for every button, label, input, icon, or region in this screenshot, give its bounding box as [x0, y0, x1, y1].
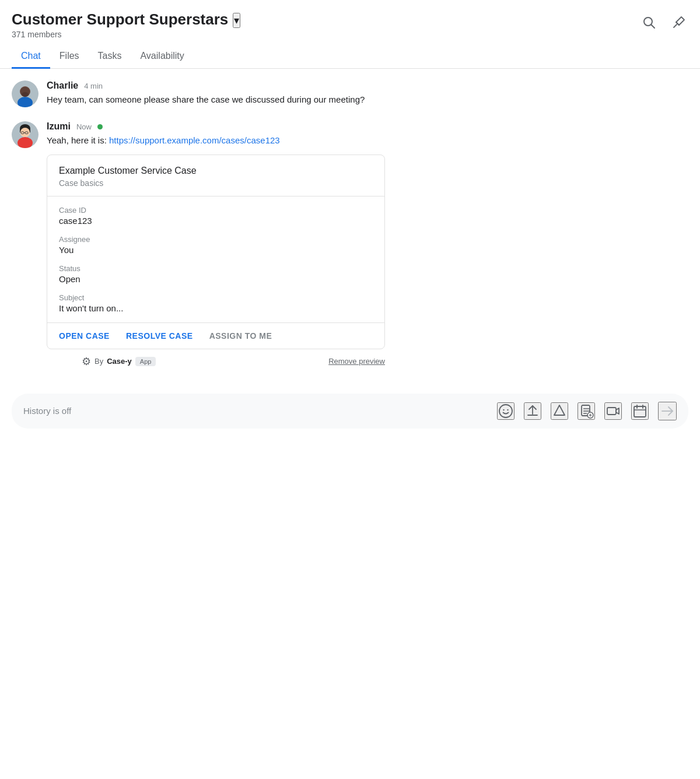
- header-title: Customer Support Superstars ▾: [12, 10, 240, 29]
- group-name: Customer Support Superstars: [12, 10, 228, 29]
- doc-button[interactable]: [578, 402, 595, 420]
- drive-button[interactable]: [551, 402, 568, 420]
- tab-chat[interactable]: Chat: [12, 45, 50, 69]
- attribution-left: ⚙ By Case-y App: [82, 355, 156, 368]
- resolve-case-button[interactable]: RESOLVE CASE: [126, 331, 193, 341]
- case-card-header: Example Customer Service Case Case basic…: [47, 155, 384, 196]
- emoji-button[interactable]: [497, 402, 514, 420]
- tab-availability[interactable]: Availability: [131, 45, 193, 69]
- header-icons: [639, 10, 688, 31]
- attribution-prefix: By: [94, 357, 103, 366]
- open-case-button[interactable]: OPEN CASE: [59, 331, 110, 341]
- status-value: Open: [59, 274, 373, 284]
- case-card: Example Customer Service Case Case basic…: [47, 155, 385, 349]
- send-icon: [659, 403, 676, 419]
- upload-icon: [525, 403, 540, 419]
- calendar-icon: [632, 403, 648, 419]
- tab-files[interactable]: Files: [50, 45, 89, 69]
- case-title: Example Customer Service Case: [59, 166, 373, 176]
- assignee-value: You: [59, 245, 373, 255]
- case-id-label: Case ID: [59, 206, 373, 215]
- case-field-status: Status Open: [59, 264, 373, 284]
- online-indicator: [97, 124, 103, 129]
- assign-to-me-button[interactable]: ASSIGN TO ME: [209, 331, 272, 341]
- izumi-header: Izumi Now: [47, 121, 385, 132]
- svg-point-8: [22, 92, 29, 97]
- avatar-izumi: [12, 121, 38, 148]
- case-link[interactable]: https://support.example.com/cases/case12…: [109, 135, 280, 145]
- header: Customer Support Superstars ▾ 371 member…: [0, 0, 700, 39]
- remove-preview-button[interactable]: Remove preview: [328, 357, 385, 366]
- subject-label: Subject: [59, 293, 373, 302]
- svg-point-20: [507, 409, 508, 410]
- case-field-id: Case ID case123: [59, 206, 373, 226]
- casey-icon: ⚙: [82, 355, 91, 368]
- case-card-body: Case ID case123 Assignee You Status Open…: [47, 196, 384, 323]
- svg-rect-29: [634, 406, 646, 417]
- search-button[interactable]: [639, 13, 658, 31]
- izumi-message-body: Izumi Now Yeah, here it is: https://supp…: [47, 121, 385, 380]
- upload-button[interactable]: [524, 402, 541, 420]
- message-izumi: Izumi Now Yeah, here it is: https://supp…: [12, 121, 688, 380]
- header-left: Customer Support Superstars ▾ 371 member…: [12, 10, 240, 39]
- nav-tabs: Chat Files Tasks Availability: [0, 45, 700, 69]
- dropdown-button[interactable]: ▾: [233, 13, 240, 28]
- pin-icon: [672, 15, 686, 29]
- subject-value: It won't turn on...: [59, 303, 373, 313]
- charlie-author: Charlie: [47, 80, 78, 91]
- izumi-text: Yeah, here it is: https://support.exampl…: [47, 134, 385, 148]
- doc-icon: [579, 403, 594, 419]
- tab-tasks[interactable]: Tasks: [89, 45, 131, 69]
- charlie-message-body: Charlie 4 min Hey team, can someone plea…: [47, 80, 365, 107]
- charlie-text: Hey team, can someone please share the c…: [47, 93, 365, 107]
- emoji-icon: [498, 403, 513, 419]
- izumi-author: Izumi: [47, 121, 71, 132]
- svg-line-1: [652, 25, 655, 29]
- app-badge: App: [135, 357, 156, 366]
- case-field-assignee: Assignee You: [59, 235, 373, 255]
- input-placeholder[interactable]: History is off: [23, 406, 488, 416]
- status-label: Status: [59, 264, 373, 273]
- charlie-time: 4 min: [84, 82, 103, 90]
- svg-line-2: [674, 24, 677, 27]
- izumi-time: Now: [76, 122, 92, 131]
- video-icon: [606, 403, 621, 419]
- chat-area: Charlie 4 min Hey team, can someone plea…: [0, 69, 700, 380]
- calendar-button[interactable]: [631, 402, 649, 420]
- search-icon: [642, 15, 656, 29]
- send-button[interactable]: [658, 402, 677, 420]
- charlie-header: Charlie 4 min: [47, 80, 365, 91]
- members-count: 371 members: [12, 30, 240, 39]
- video-button[interactable]: [604, 402, 622, 420]
- izumi-text-prefix: Yeah, here it is:: [47, 135, 109, 145]
- svg-rect-28: [607, 408, 616, 415]
- app-name: Case-y: [107, 357, 132, 366]
- case-field-subject: Subject It won't turn on...: [59, 293, 373, 313]
- assignee-label: Assignee: [59, 235, 373, 244]
- avatar-charlie: [12, 80, 38, 107]
- input-bar: History is off: [12, 394, 688, 429]
- pin-button[interactable]: [670, 13, 688, 31]
- message-charlie: Charlie 4 min Hey team, can someone plea…: [12, 80, 688, 107]
- app-attribution: ⚙ By Case-y App Remove preview: [82, 355, 385, 380]
- case-card-actions: OPEN CASE RESOLVE CASE ASSIGN TO ME: [47, 323, 384, 349]
- svg-point-18: [499, 405, 512, 417]
- case-id-value: case123: [59, 216, 373, 226]
- case-subtitle: Case basics: [59, 178, 373, 188]
- svg-point-19: [503, 409, 504, 410]
- drive-icon: [552, 403, 567, 419]
